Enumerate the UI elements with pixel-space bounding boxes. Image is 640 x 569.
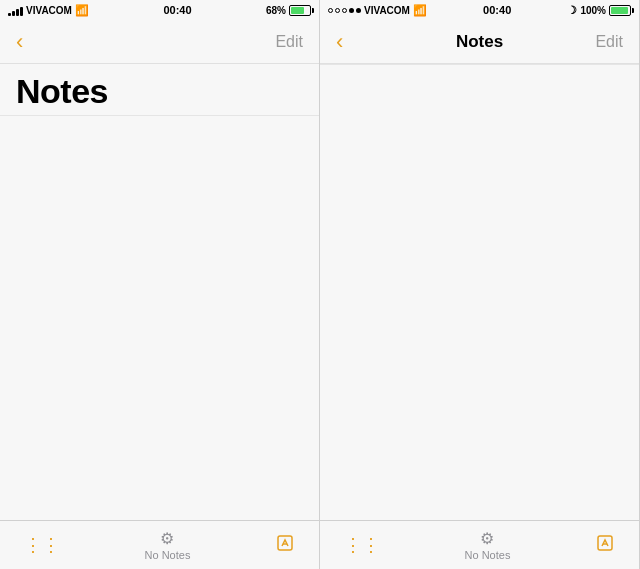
right-carrier-name: VIVACOM: [364, 5, 410, 16]
right-nav-title: Notes: [456, 32, 503, 52]
edit-button-right[interactable]: Edit: [595, 33, 623, 51]
battery-percent-right: 100%: [580, 5, 606, 16]
no-notes-label-right: No Notes: [465, 549, 511, 561]
left-bottom-toolbar: ⋮⋮ ⚙ No Notes: [0, 520, 319, 569]
settings-icon-left: ⚙: [160, 529, 174, 548]
right-content-area: [320, 64, 639, 520]
svg-rect-0: [278, 536, 292, 550]
left-large-title-area: Notes: [0, 64, 319, 115]
battery-icon-left: [289, 5, 311, 16]
battery-icon-right: [609, 5, 631, 16]
compose-button-left[interactable]: [275, 533, 295, 558]
back-button-left[interactable]: ‹: [16, 31, 23, 53]
wifi-icon: 📶: [75, 4, 89, 17]
grid-icon-left[interactable]: ⋮⋮: [24, 534, 60, 556]
settings-icon-right: ⚙: [480, 529, 494, 548]
left-large-title: Notes: [16, 72, 303, 111]
right-carrier-signal: VIVACOM 📶: [328, 4, 427, 17]
right-wifi-icon: 📶: [413, 4, 427, 17]
left-battery: 68%: [266, 5, 311, 16]
left-nav-bar: ‹ Edit: [0, 20, 319, 64]
right-time: 00:40: [483, 4, 511, 16]
left-time: 00:40: [163, 4, 191, 16]
right-battery: ☽ 100%: [567, 4, 631, 17]
right-phone-panel: VIVACOM 📶 00:40 ☽ 100% ‹ Notes Edit: [320, 0, 640, 569]
right-status-bar: VIVACOM 📶 00:40 ☽ 100%: [320, 0, 639, 20]
carrier-name: VIVACOM: [26, 5, 72, 16]
no-notes-section-right: ⚙ No Notes: [465, 529, 511, 561]
left-phone-panel: VIVACOM 📶 00:40 68% ‹ Edit Notes: [0, 0, 320, 569]
dots-signal-icon: [328, 8, 361, 13]
signal-bars-icon: [8, 4, 23, 16]
left-status-bar: VIVACOM 📶 00:40 68%: [0, 0, 319, 20]
back-button-right[interactable]: ‹: [336, 31, 343, 53]
right-nav-bar: ‹ Notes Edit: [320, 20, 639, 64]
left-carrier-signal: VIVACOM 📶: [8, 4, 89, 17]
moon-icon: ☽: [567, 4, 577, 17]
grid-icon-right[interactable]: ⋮⋮: [344, 534, 380, 556]
svg-rect-1: [598, 536, 612, 550]
right-bottom-toolbar: ⋮⋮ ⚙ No Notes: [320, 520, 639, 569]
edit-button-left[interactable]: Edit: [275, 33, 303, 51]
no-notes-label-left: No Notes: [145, 549, 191, 561]
battery-percent-left: 68%: [266, 5, 286, 16]
compose-button-right[interactable]: [595, 533, 615, 558]
left-content-area: [0, 115, 319, 520]
no-notes-section-left: ⚙ No Notes: [145, 529, 191, 561]
